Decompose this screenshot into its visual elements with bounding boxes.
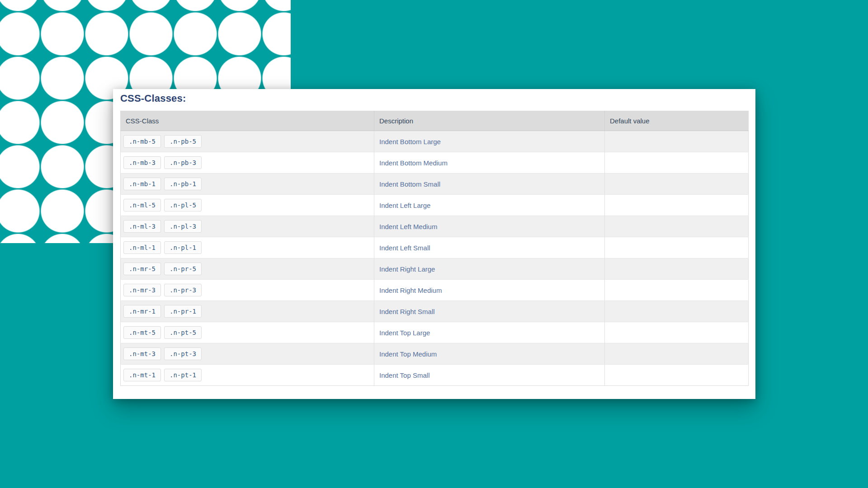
css-class-badge: .n-ml-3 (123, 220, 161, 233)
table-row: .n-ml-5.n-pl-5 Indent Left Large (121, 195, 749, 216)
description-cell: Indent Bottom Medium (374, 152, 605, 174)
default-value-cell (605, 258, 749, 280)
css-class-cell: .n-mr-3.n-pr-3 (121, 280, 374, 301)
table-row: .n-mr-3.n-pr-3 Indent Right Medium (121, 280, 749, 301)
table-header-row: CSS-Class Description Default value (121, 111, 749, 131)
css-class-cell: .n-mb-1.n-pb-1 (121, 174, 374, 195)
css-class-badge: .n-mt-3 (123, 347, 161, 360)
description-cell: Indent Top Large (374, 322, 605, 343)
table-body: .n-mb-5.n-pb-5 Indent Bottom Large .n-mb… (121, 131, 749, 386)
css-class-badge: .n-pr-1 (164, 305, 202, 318)
css-class-cell: .n-ml-5.n-pl-5 (121, 195, 374, 216)
css-class-cell: .n-mb-5.n-pb-5 (121, 131, 374, 152)
css-class-badge: .n-mr-5 (123, 263, 161, 275)
default-value-cell (605, 237, 749, 258)
css-class-badge: .n-pt-3 (164, 347, 202, 360)
css-class-cell: .n-mr-5.n-pr-5 (121, 258, 374, 280)
css-class-badge: .n-pb-5 (164, 135, 202, 148)
css-class-badge: .n-ml-5 (123, 199, 161, 211)
description-cell: Indent Right Large (374, 258, 605, 280)
description-cell: Indent Top Small (374, 365, 605, 386)
table-row: .n-mr-1.n-pr-1 Indent Right Small (121, 301, 749, 322)
table-row: .n-mt-1.n-pt-1 Indent Top Small (121, 365, 749, 386)
css-class-cell: .n-mt-3.n-pt-3 (121, 343, 374, 365)
css-classes-table: CSS-Class Description Default value .n-m… (120, 111, 749, 386)
default-value-cell (605, 195, 749, 216)
css-class-badge: .n-mb-5 (123, 135, 161, 148)
css-class-badge: .n-pl-5 (164, 199, 202, 211)
css-class-cell: .n-mt-1.n-pt-1 (121, 365, 374, 386)
css-class-badge: .n-mt-5 (123, 326, 161, 339)
table-row: .n-ml-1.n-pl-1 Indent Left Small (121, 237, 749, 258)
css-class-badge: .n-mr-3 (123, 284, 161, 296)
description-cell: Indent Left Medium (374, 216, 605, 237)
column-header-css-class: CSS-Class (121, 111, 374, 131)
default-value-cell (605, 174, 749, 195)
css-class-cell: .n-mr-1.n-pr-1 (121, 301, 374, 322)
default-value-cell (605, 280, 749, 301)
table-row: .n-mr-5.n-pr-5 Indent Right Large (121, 258, 749, 280)
css-class-badge: .n-pb-1 (164, 178, 202, 190)
css-class-badge: .n-pb-3 (164, 156, 202, 169)
default-value-cell (605, 152, 749, 174)
css-class-badge: .n-mr-1 (123, 305, 161, 318)
default-value-cell (605, 322, 749, 343)
css-class-badge: .n-pl-1 (164, 241, 202, 254)
default-value-cell (605, 216, 749, 237)
table-row: .n-mb-3.n-pb-3 Indent Bottom Medium (121, 152, 749, 174)
css-class-cell: .n-ml-1.n-pl-1 (121, 237, 374, 258)
css-class-badge: .n-mb-1 (123, 178, 161, 190)
description-cell: Indent Bottom Small (374, 174, 605, 195)
default-value-cell (605, 343, 749, 365)
description-cell: Indent Right Medium (374, 280, 605, 301)
css-class-badge: .n-pr-3 (164, 284, 202, 296)
table-row: .n-ml-3.n-pl-3 Indent Left Medium (121, 216, 749, 237)
table-row: .n-mt-5.n-pt-5 Indent Top Large (121, 322, 749, 343)
css-class-badge: .n-pr-5 (164, 263, 202, 275)
table-row: .n-mb-5.n-pb-5 Indent Bottom Large (121, 131, 749, 152)
css-class-badge: .n-mb-3 (123, 156, 161, 169)
css-class-badge: .n-pl-3 (164, 220, 202, 233)
description-cell: Indent Bottom Large (374, 131, 605, 152)
default-value-cell (605, 301, 749, 322)
css-class-badge: .n-mt-1 (123, 369, 161, 381)
default-value-cell (605, 131, 749, 152)
column-header-description: Description (374, 111, 605, 131)
css-class-badge: .n-ml-1 (123, 241, 161, 254)
css-class-badge: .n-pt-5 (164, 326, 202, 339)
content-card: CSS-Classes: CSS-Class Description Defau… (113, 89, 755, 399)
css-class-cell: .n-mt-5.n-pt-5 (121, 322, 374, 343)
table-row: .n-mb-1.n-pb-1 Indent Bottom Small (121, 174, 749, 195)
description-cell: Indent Top Medium (374, 343, 605, 365)
description-cell: Indent Right Small (374, 301, 605, 322)
description-cell: Indent Left Large (374, 195, 605, 216)
page-title: CSS-Classes: (120, 93, 748, 104)
table-row: .n-mt-3.n-pt-3 Indent Top Medium (121, 343, 749, 365)
css-class-cell: .n-ml-3.n-pl-3 (121, 216, 374, 237)
css-class-badge: .n-pt-1 (164, 369, 202, 381)
column-header-default-value: Default value (605, 111, 749, 131)
default-value-cell (605, 365, 749, 386)
description-cell: Indent Left Small (374, 237, 605, 258)
css-class-cell: .n-mb-3.n-pb-3 (121, 152, 374, 174)
